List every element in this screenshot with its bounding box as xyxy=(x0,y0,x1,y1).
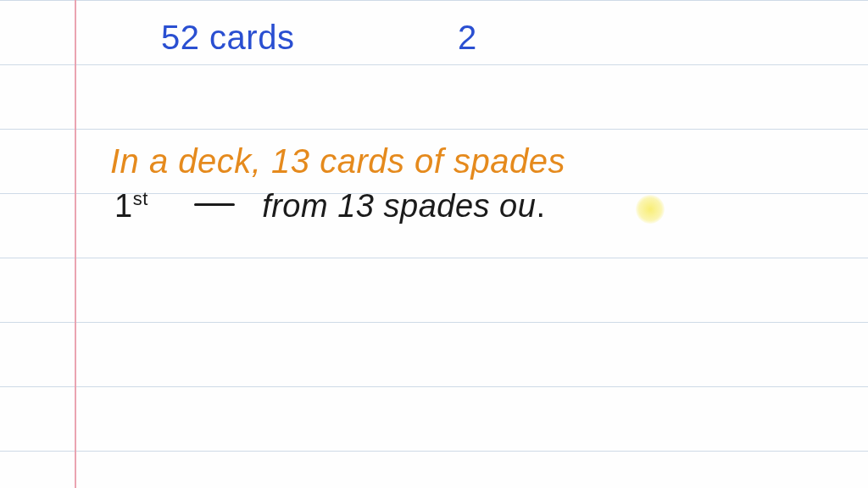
orange-sentence: In a deck, 13 cards of spades xyxy=(110,142,565,180)
header-text-left: 52 cards xyxy=(161,19,294,57)
cursor-highlight-icon xyxy=(636,195,665,224)
rule-line xyxy=(0,129,868,130)
rule-line xyxy=(0,64,868,65)
rule-line xyxy=(0,451,868,452)
trailing-dot: . xyxy=(536,188,545,224)
rule-line xyxy=(0,386,868,387)
rule-line xyxy=(0,258,868,258)
lined-paper: 52 cards 2 In a deck, 13 cards of spades… xyxy=(0,0,868,488)
dash-icon xyxy=(194,203,235,206)
ordinal-base: 1 xyxy=(114,188,133,224)
rule-line xyxy=(0,0,868,1)
margin-line xyxy=(75,0,76,488)
header-text-right: 2 xyxy=(458,19,477,57)
black-rest: from 13 spades ou xyxy=(262,188,536,224)
ordinal-sup: st xyxy=(133,188,148,209)
black-sentence: 1st from 13 spades ou. xyxy=(114,188,545,225)
rule-line xyxy=(0,322,868,323)
